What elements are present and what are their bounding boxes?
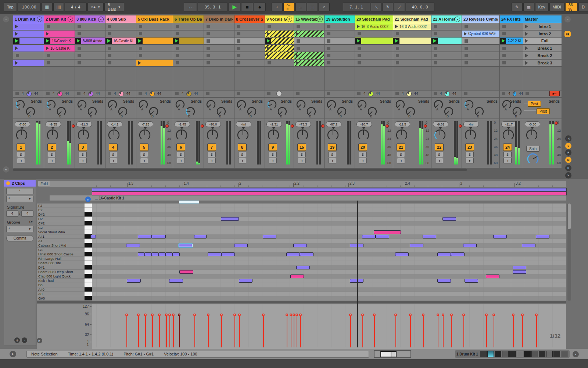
chevron-collapse-icon[interactable]: ⌄ [3, 16, 9, 22]
nudge-up-button[interactable]: |||| [53, 3, 64, 11]
clip-slot[interactable] [13, 38, 44, 45]
session-h-scrollbar[interactable] [13, 169, 467, 171]
solo-button[interactable]: S [79, 152, 87, 157]
velocity-marker-icon[interactable] [409, 314, 412, 316]
velocity-stem[interactable] [451, 315, 452, 347]
clip-launch-icon[interactable] [267, 54, 270, 57]
track-stop-icon[interactable] [296, 92, 300, 95]
track-activator-button[interactable]: 22 [435, 144, 444, 151]
clip-slot[interactable] [173, 38, 204, 45]
volume-db-field[interactable]: -Inf [463, 121, 479, 127]
clip-slot[interactable] [431, 23, 462, 30]
velocity-stem[interactable] [423, 315, 424, 347]
clip-slot[interactable] [355, 60, 393, 67]
arm-button[interactable]: ◑ [328, 158, 336, 163]
piano-key[interactable] [85, 226, 92, 230]
midi-note[interactable] [451, 252, 465, 256]
midi-note[interactable] [423, 235, 436, 238]
midi-note[interactable] [486, 275, 499, 278]
clip-slot[interactable] [462, 23, 500, 30]
velocity-stem[interactable] [194, 315, 195, 347]
clip-slot[interactable] [500, 60, 523, 67]
drum-row-name[interactable]: A0 [37, 292, 85, 296]
drum-row-name[interactable]: Snare 808 Tite [37, 261, 85, 265]
nudge-down-button[interactable]: |||| [42, 3, 52, 11]
midi-note[interactable] [263, 235, 276, 238]
clip-launch-icon[interactable] [15, 25, 18, 28]
track-activator-button[interactable]: 9 [268, 144, 277, 151]
commit-button[interactable]: Commit [6, 235, 33, 241]
velocity-stem[interactable] [287, 315, 287, 347]
solo-button[interactable]: S [298, 152, 306, 157]
clip-slot[interactable] [105, 31, 136, 38]
piano-key[interactable] [85, 265, 92, 270]
velocity-stem[interactable] [126, 315, 127, 347]
computer-midi-keyboard-button[interactable]: ▦ [523, 3, 534, 11]
pan-knob[interactable] [268, 129, 279, 142]
note-grid-row[interactable] [92, 226, 566, 230]
velocity-stem[interactable] [438, 315, 438, 347]
clip-slot[interactable] [173, 45, 204, 52]
midi-note[interactable] [522, 244, 535, 247]
clip-launch-icon[interactable] [357, 25, 360, 28]
play-button[interactable]: ▶ [229, 3, 240, 11]
group-track-icon[interactable]: ≡ [287, 17, 292, 22]
velocity-stem[interactable] [173, 315, 174, 347]
volume-db-field[interactable]: -9.35 [46, 121, 61, 127]
pan-knob[interactable] [434, 129, 446, 142]
clip-play-button[interactable] [173, 38, 179, 44]
velocity-marker-icon[interactable] [295, 314, 298, 316]
midi-note[interactable] [362, 235, 376, 238]
velocity-marker-icon[interactable] [125, 314, 128, 316]
velocity-marker-icon[interactable] [361, 314, 364, 316]
volume-db-field[interactable]: -98.0 [205, 121, 221, 127]
clip-slot[interactable] [325, 23, 355, 30]
clip-slot[interactable] [325, 38, 355, 45]
midi-note[interactable] [179, 270, 193, 274]
piano-key[interactable] [85, 217, 92, 221]
velocity-marker-icon[interactable] [178, 314, 180, 316]
velocity-marker-icon[interactable] [512, 314, 514, 316]
piano-key[interactable] [85, 212, 92, 217]
velocity-marker-icon[interactable] [422, 314, 424, 316]
velocity-marker-icon[interactable] [207, 314, 209, 316]
velocity-stem[interactable] [513, 315, 514, 347]
clip-slot[interactable] [393, 60, 431, 67]
clip-slot[interactable] [393, 31, 431, 38]
master-pan-knob[interactable] [526, 129, 538, 142]
volume-db-field[interactable]: -11.7 [501, 121, 517, 127]
velocity-marker-icon[interactable] [535, 314, 538, 316]
clip-slot[interactable] [13, 31, 44, 38]
midi-note[interactable] [296, 266, 310, 269]
solo-button[interactable]: S [359, 152, 367, 157]
velocity-stem[interactable] [221, 315, 222, 347]
clip-play-button[interactable] [393, 38, 399, 44]
track-stop-icon[interactable] [395, 92, 399, 95]
track-stop-icon[interactable] [502, 92, 505, 95]
solo-button[interactable]: S [503, 152, 512, 157]
clip-launch-icon[interactable] [464, 32, 467, 36]
scene-slot[interactable]: Intro 2 [523, 31, 562, 38]
clip-launch-icon[interactable] [15, 61, 18, 65]
arm-button[interactable]: ◑ [140, 158, 148, 163]
clip-slot[interactable] [75, 23, 105, 30]
loop-length-field[interactable]: 40. 0. 0 [406, 3, 434, 11]
groove-pool-icon[interactable]: ⟳ [29, 220, 33, 224]
drum-row-name[interactable]: B0 [37, 283, 85, 287]
solo-button[interactable]: S [466, 152, 474, 157]
clip-slot[interactable] [13, 52, 44, 59]
metronome-button[interactable]: ○●▼ [87, 3, 104, 11]
clip-slot[interactable] [355, 38, 393, 45]
clip-slot[interactable] [431, 45, 462, 52]
pan-knob[interactable] [327, 129, 339, 142]
velocity-marker-icon[interactable] [168, 314, 171, 316]
midi-note[interactable] [221, 252, 235, 256]
midi-note[interactable] [437, 279, 451, 283]
clip-slot[interactable] [355, 45, 393, 52]
drum-row-name[interactable]: E2 [37, 208, 85, 212]
midi-note[interactable] [465, 279, 478, 283]
midi-note[interactable] [166, 252, 173, 256]
clip-slot[interactable] [136, 23, 173, 30]
pan-knob[interactable] [297, 129, 308, 142]
stop-all-clips-button[interactable]: ▶≡ [549, 91, 560, 96]
